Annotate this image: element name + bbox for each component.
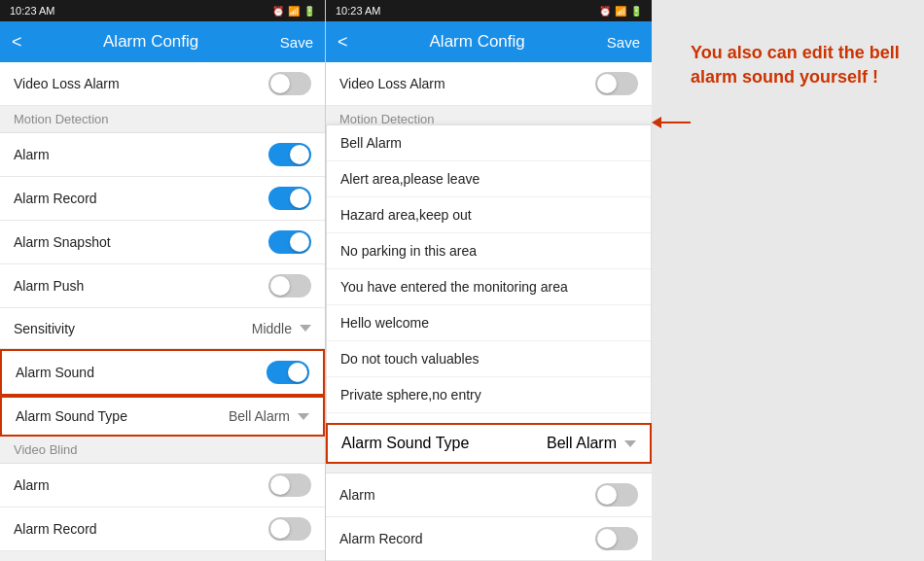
content-left: Video Loss Alarm Motion Detection Alarm … — [0, 62, 325, 561]
app-header-right: < Alarm Config Save — [326, 21, 652, 62]
save-button-right[interactable]: Save — [607, 34, 640, 51]
back-button-right[interactable]: < — [338, 32, 348, 53]
label-alarm-sound-type: Alarm Sound Type — [16, 408, 127, 424]
row-alarm-push[interactable]: Alarm Push — [0, 264, 325, 308]
back-button-left[interactable]: < — [12, 32, 22, 53]
triangle-sound-type — [298, 413, 309, 420]
label-right-video-loss: Video Loss Alarm — [339, 76, 445, 91]
toggle-right-video-loss[interactable] — [595, 72, 638, 95]
annotation-panel: You also can edit the bell alarm sound y… — [652, 0, 924, 119]
arrow-line — [661, 122, 691, 123]
label-video-loss-alarm: Video Loss Alarm — [14, 76, 120, 91]
toggle-vb-alarm-record[interactable] — [268, 517, 311, 541]
toggle-knob — [270, 74, 290, 93]
row-vb-alarm[interactable]: Alarm — [0, 464, 325, 508]
row-alarm-sound[interactable]: Alarm Sound — [0, 349, 325, 396]
bottom-alarm-sound-type-row[interactable]: Alarm Sound Type Bell Alarm — [326, 423, 652, 464]
save-button-left[interactable]: Save — [280, 34, 313, 51]
triangle-sensitivity — [300, 325, 311, 332]
label-vb-alarm-record: Alarm Record — [14, 521, 97, 537]
dropdown-item-alert-area[interactable]: Alert area,please leave — [327, 161, 651, 197]
value-bottom-alarm-sound-type: Bell Alarm — [547, 435, 617, 452]
toggle-video-loss-alarm[interactable] — [268, 72, 311, 95]
row-video-loss-alarm[interactable]: Video Loss Alarm — [0, 62, 325, 106]
annotation-arrow — [652, 117, 691, 128]
value-sensitivity: Middle — [252, 321, 292, 336]
time-right: 10:23 AM — [336, 5, 380, 17]
row-sensitivity[interactable]: Sensitivity Middle — [0, 308, 325, 349]
status-bar-left: 10:23 AM ⏰ 📶 🔋 — [0, 0, 325, 21]
status-icons-left: ⏰ 📶 🔋 — [272, 6, 315, 17]
toggle-right-vb-alarm-record[interactable] — [595, 527, 638, 550]
dropdown-item-monitoring-area[interactable]: You have entered the monitoring area — [327, 269, 651, 305]
label-alarm-snapshot: Alarm Snapshot — [14, 234, 111, 250]
right-content-behind: Video Loss Alarm Motion Detection Alarm … — [326, 62, 652, 561]
label-alarm-record: Alarm Record — [14, 191, 97, 206]
label-alarm-push: Alarm Push — [14, 278, 84, 294]
status-icons-right: ⏰ 📶 🔋 — [599, 6, 642, 17]
label-vb-alarm: Alarm — [14, 477, 50, 493]
row-alarm-record[interactable]: Alarm Record — [0, 177, 325, 221]
arrow-head-icon — [652, 117, 661, 128]
row-alarm-snapshot[interactable]: Alarm Snapshot — [0, 221, 325, 264]
toggle-alarm-record[interactable] — [268, 187, 311, 210]
page-title-right: Alarm Config — [430, 32, 525, 52]
toggle-right-vb-alarm[interactable] — [595, 483, 638, 507]
toggle-alarm-snapshot[interactable] — [268, 230, 311, 254]
section-video-blind: Video Blind — [0, 437, 325, 464]
status-bar-right: 10:23 AM ⏰ 📶 🔋 — [326, 0, 652, 21]
label-sensitivity: Sensitivity — [14, 321, 75, 336]
row-right-vb-alarm[interactable]: Alarm — [326, 473, 652, 517]
section-motion-detection: Motion Detection — [0, 106, 325, 133]
dropdown-item-no-parking[interactable]: No parking in this area — [327, 233, 651, 269]
row-alarm-sound-type[interactable]: Alarm Sound Type Bell Alarm — [0, 396, 325, 437]
time-left: 10:23 AM — [10, 5, 54, 17]
label-right-vb-alarm: Alarm — [339, 487, 375, 503]
toggle-alarm[interactable] — [268, 143, 311, 166]
app-header-left: < Alarm Config Save — [0, 21, 325, 62]
toggle-alarm-push[interactable] — [268, 274, 311, 298]
label-alarm: Alarm — [14, 147, 50, 162]
label-alarm-sound: Alarm Sound — [16, 365, 94, 380]
dropdown-item-hazard-area[interactable]: Hazard area,keep out — [327, 197, 651, 233]
toggle-alarm-sound[interactable] — [267, 361, 309, 384]
left-phone: 10:23 AM ⏰ 📶 🔋 < Alarm Config Save Video… — [0, 0, 326, 561]
row-alarm[interactable]: Alarm — [0, 133, 325, 177]
row-vb-alarm-record[interactable]: Alarm Record — [0, 508, 325, 551]
triangle-bottom — [624, 440, 636, 447]
dropdown-alarm-sound-type[interactable]: Bell Alarm Alert area,please leave Hazar… — [326, 124, 652, 449]
dropdown-item-do-not-touch[interactable]: Do not touch valuables — [327, 341, 651, 377]
value-alarm-sound-type: Bell Alarm — [229, 408, 290, 424]
toggle-vb-alarm[interactable] — [268, 473, 311, 497]
annotation-text: You also can edit the bell alarm sound y… — [691, 41, 905, 89]
row-right-vb-alarm-record[interactable]: Alarm Record — [326, 517, 652, 561]
row-right-video-loss[interactable]: Video Loss Alarm — [326, 62, 652, 106]
label-right-vb-alarm-record: Alarm Record — [339, 531, 423, 546]
label-bottom-alarm-sound-type: Alarm Sound Type — [341, 435, 469, 452]
right-phone: 10:23 AM ⏰ 📶 🔋 < Alarm Config Save Video… — [326, 0, 652, 561]
page-title-left: Alarm Config — [103, 32, 198, 52]
dropdown-item-private-sphere[interactable]: Private sphere,no entry — [327, 377, 651, 413]
dropdown-item-hello-welcome[interactable]: Hello welcome — [327, 305, 651, 341]
dropdown-item-bell-alarm[interactable]: Bell Alarm — [327, 125, 651, 161]
